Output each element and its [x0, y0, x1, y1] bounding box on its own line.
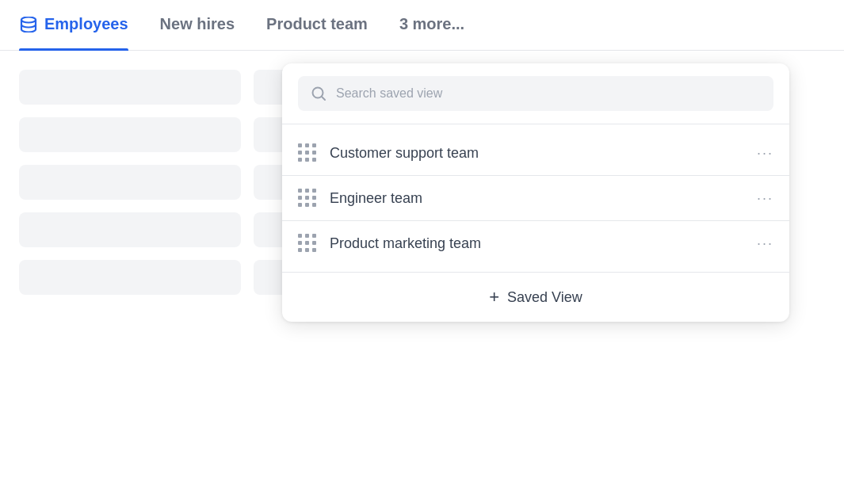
database-icon: [19, 15, 38, 34]
tab-more[interactable]: 3 more...: [399, 0, 464, 50]
saved-views-dropdown: Customer support team ··· Engineer team …: [282, 63, 789, 322]
item-more-button[interactable]: ···: [757, 190, 773, 207]
svg-point-0: [21, 17, 36, 22]
svg-line-2: [322, 97, 325, 100]
left-column: [19, 70, 241, 485]
add-saved-view-label: Saved View: [507, 289, 582, 306]
tab-new-hires-label: New hires: [160, 15, 235, 33]
placeholder-row-3: [19, 165, 241, 200]
placeholder-row-4: [19, 212, 241, 247]
item-more-button[interactable]: ···: [757, 235, 773, 252]
list-item-product-marketing[interactable]: Product marketing team ···: [282, 221, 789, 265]
search-box: [298, 76, 773, 111]
tab-more-label: 3 more...: [399, 15, 464, 33]
plus-icon: +: [489, 287, 499, 307]
placeholder-row-1: [19, 70, 241, 105]
tab-employees-label: Employees: [44, 15, 128, 33]
item-more-button[interactable]: ···: [757, 145, 773, 162]
tab-employees[interactable]: Employees: [19, 0, 128, 50]
search-input[interactable]: [336, 86, 761, 101]
list-item-label: Customer support team: [330, 145, 744, 162]
list-item-label: Product marketing team: [330, 235, 744, 252]
tab-new-hires[interactable]: New hires: [160, 0, 235, 50]
dropdown-list: Customer support team ··· Engineer team …: [282, 124, 789, 272]
placeholder-row-5: [19, 260, 241, 295]
main-content: Customer support team ··· Engineer team …: [0, 51, 844, 504]
search-icon: [311, 86, 327, 101]
placeholder-row-2: [19, 117, 241, 152]
drag-handle-icon: [298, 189, 317, 208]
tab-product-team[interactable]: Product team: [266, 0, 368, 50]
list-item-engineer-team[interactable]: Engineer team ···: [282, 176, 789, 220]
drag-handle-icon: [298, 143, 317, 162]
tab-bar: Employees New hires Product team 3 more.…: [0, 0, 844, 51]
list-item-customer-support[interactable]: Customer support team ···: [282, 131, 789, 175]
add-saved-view-button[interactable]: + Saved View: [282, 272, 789, 322]
drag-handle-icon: [298, 234, 317, 253]
search-area: [282, 63, 789, 124]
list-item-label: Engineer team: [330, 190, 744, 207]
tab-product-team-label: Product team: [266, 15, 368, 33]
